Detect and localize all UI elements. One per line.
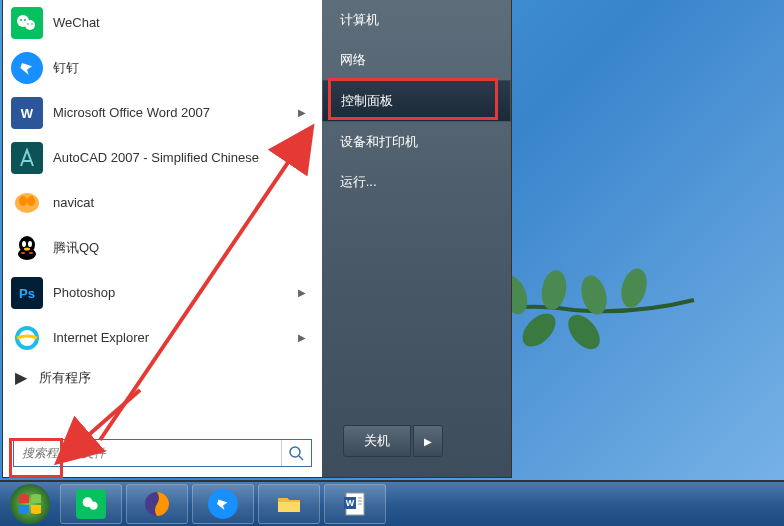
svg-point-16 xyxy=(19,196,27,206)
start-menu: WeChat 钉钉 W Microsoft Office Word 2007 ▶ xyxy=(2,0,512,478)
search-button[interactable] xyxy=(281,440,311,466)
svg-point-28 xyxy=(290,447,300,457)
right-item-computer[interactable]: 计算机 xyxy=(322,0,511,40)
svg-text:Ps: Ps xyxy=(19,286,35,301)
start-menu-left-panel: WeChat 钉钉 W Microsoft Office Word 2007 ▶ xyxy=(3,0,322,477)
start-button[interactable] xyxy=(4,483,56,525)
taskbar-item-word[interactable]: W xyxy=(324,484,386,524)
program-label: Internet Explorer xyxy=(53,330,298,345)
taskbar-item-firefox[interactable] xyxy=(126,484,188,524)
program-item-dingtalk[interactable]: 钉钉 xyxy=(3,45,322,90)
search-box xyxy=(13,439,312,467)
svg-point-17 xyxy=(27,196,35,206)
right-item-network[interactable]: 网络 xyxy=(322,40,511,80)
right-item-devices-printers[interactable]: 设备和打印机 xyxy=(322,122,511,162)
svg-point-32 xyxy=(10,484,50,524)
dingtalk-icon xyxy=(11,52,43,84)
search-container xyxy=(3,429,322,477)
program-item-navicat[interactable]: navicat xyxy=(3,180,322,225)
ie-icon xyxy=(11,322,43,354)
search-input[interactable] xyxy=(14,440,281,466)
word-icon: W xyxy=(11,97,43,129)
shutdown-area: 关机 ▶ xyxy=(333,415,453,467)
svg-point-21 xyxy=(28,241,32,247)
program-label: 钉钉 xyxy=(53,59,314,77)
programs-list: WeChat 钉钉 W Microsoft Office Word 2007 ▶ xyxy=(3,0,322,429)
svg-point-7 xyxy=(25,20,35,30)
svg-line-29 xyxy=(299,456,303,460)
photoshop-icon: Ps xyxy=(11,277,43,309)
program-label: AutoCAD 2007 - Simplified Chinese xyxy=(53,150,314,166)
program-label: Microsoft Office Word 2007 xyxy=(53,105,298,120)
right-item-run[interactable]: 运行... xyxy=(322,162,511,202)
svg-point-10 xyxy=(27,23,29,25)
word-doc-icon: W xyxy=(340,489,370,519)
wechat-icon xyxy=(76,489,106,519)
svg-point-5 xyxy=(562,309,606,355)
all-programs-button[interactable]: ▶ 所有程序 xyxy=(3,360,322,395)
windows-logo-icon xyxy=(9,483,51,525)
autocad-icon xyxy=(11,142,43,174)
right-item-control-panel[interactable]: 控制面板 xyxy=(322,80,511,122)
svg-point-8 xyxy=(20,19,22,21)
shutdown-button[interactable]: 关机 xyxy=(343,425,411,457)
dingtalk-icon xyxy=(208,489,238,519)
svg-point-4 xyxy=(516,307,561,352)
program-label: navicat xyxy=(53,195,314,210)
arrow-right-icon: ▶ xyxy=(15,368,27,387)
program-label: WeChat xyxy=(53,15,314,30)
shutdown-options-button[interactable]: ▶ xyxy=(413,425,443,457)
taskbar-item-explorer[interactable] xyxy=(258,484,320,524)
folder-icon xyxy=(274,489,304,519)
svg-point-9 xyxy=(24,19,26,21)
program-label: 腾讯QQ xyxy=(53,239,314,257)
start-menu-right-panel: 计算机 网络 控制面板 设备和打印机 运行... 关机 ▶ xyxy=(322,0,511,477)
search-icon xyxy=(288,445,304,461)
wechat-icon xyxy=(11,7,43,39)
all-programs-label: 所有程序 xyxy=(39,369,310,387)
svg-text:W: W xyxy=(346,498,355,508)
program-item-wechat[interactable]: WeChat xyxy=(3,0,322,45)
svg-point-15 xyxy=(15,193,39,213)
taskbar-item-dingtalk[interactable] xyxy=(192,484,254,524)
submenu-arrow-icon: ▶ xyxy=(298,287,306,298)
program-label: Photoshop xyxy=(53,285,298,300)
program-item-qq[interactable]: 腾讯QQ xyxy=(3,225,322,270)
svg-rect-23 xyxy=(21,252,25,254)
svg-point-34 xyxy=(89,502,97,510)
navicat-icon xyxy=(11,187,43,219)
taskbar: W xyxy=(0,480,784,526)
svg-rect-24 xyxy=(29,252,33,254)
program-item-ie[interactable]: Internet Explorer ▶ xyxy=(3,315,322,360)
program-item-photoshop[interactable]: Ps Photoshop ▶ xyxy=(3,270,322,315)
svg-point-3 xyxy=(617,266,651,311)
submenu-arrow-icon: ▶ xyxy=(298,332,306,343)
svg-point-20 xyxy=(22,241,26,247)
program-item-autocad[interactable]: AutoCAD 2007 - Simplified Chinese xyxy=(3,135,322,180)
svg-point-22 xyxy=(24,247,30,250)
firefox-icon xyxy=(142,489,172,519)
taskbar-item-wechat[interactable] xyxy=(60,484,122,524)
program-item-word[interactable]: W Microsoft Office Word 2007 ▶ xyxy=(3,90,322,135)
svg-point-11 xyxy=(31,23,33,25)
svg-text:W: W xyxy=(21,106,34,121)
submenu-arrow-icon: ▶ xyxy=(298,107,306,118)
qq-icon xyxy=(11,232,43,264)
